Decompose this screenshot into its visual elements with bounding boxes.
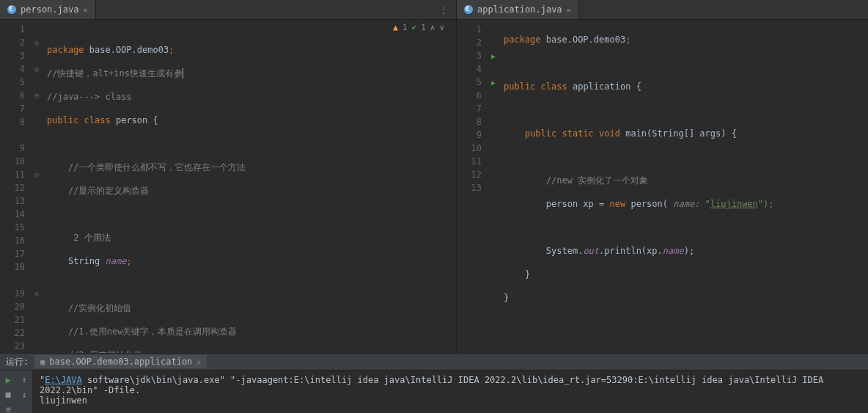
usage-hint[interactable]: 2 个用法: [73, 233, 110, 243]
warning-icon: ▲: [393, 23, 398, 32]
gutter-right: 1234 5678 910111213: [457, 20, 488, 353]
ok-count: 1: [421, 23, 426, 32]
tab-application-java[interactable]: application.java ✕: [457, 0, 579, 19]
code-area-left[interactable]: 1234 5678 9101112 13141516 1718 19202122…: [0, 20, 456, 353]
console-link[interactable]: E:\JAVA: [45, 375, 82, 385]
code-inspection-status[interactable]: ▲1 ✔1 ∧ ∨: [393, 23, 444, 32]
tabbar-left: person.java ✕ ⋮: [0, 0, 456, 20]
scroll-up-icon[interactable]: ↑: [19, 375, 29, 385]
code-area-right[interactable]: 1234 5678 910111213 ▶ ▶ package base.OOP…: [457, 20, 868, 353]
run-gutter-icon[interactable]: ▶: [488, 49, 499, 62]
warning-count: 1: [402, 23, 408, 32]
gutter-left: 1234 5678 9101112 13141516 1718 19202122…: [0, 20, 31, 353]
code-body-left[interactable]: ▲1 ✔1 ∧ ∨ package base.OOP.demo03; //快捷键…: [43, 20, 449, 353]
layout-icon[interactable]: ≡: [3, 404, 13, 413]
run-config-icon: ▦: [40, 358, 45, 366]
console-stdout-line: liujinwen: [40, 395, 87, 406]
java-class-icon: [464, 5, 473, 14]
run-config-tab[interactable]: ▦ base.OOP.demo03.application ✕: [34, 355, 207, 368]
run-tool-column-1: ▶ ■ ≡: [0, 370, 16, 413]
code-body-right[interactable]: package base.OOP.demo03; public class ap…: [499, 20, 861, 353]
editor-pane-left: person.java ✕ ⋮ 1234 5678 9101112 131415…: [0, 0, 457, 353]
console-panel: ▶ ■ ≡ ↑ ↓ "E:\JAVA software\jdk\bin\java…: [0, 370, 868, 413]
ok-icon: ✔: [412, 23, 417, 32]
error-stripe-left[interactable]: [449, 20, 456, 353]
scroll-down-icon[interactable]: ↓: [19, 390, 29, 400]
tab-filename: person.java: [21, 4, 78, 15]
run-gutter-icon[interactable]: ▶: [488, 76, 499, 89]
stop-icon[interactable]: ■: [3, 390, 13, 400]
tab-person-java[interactable]: person.java ✕: [0, 0, 96, 19]
java-class-icon: [7, 5, 16, 14]
marker-strip-left: ⊖ ⊖ ⊖ ⊖ ⊖: [31, 20, 43, 353]
run-tool-column-2: ↑ ↓: [16, 370, 32, 413]
run-toolbar: 运行: ▦ base.OOP.demo03.application ✕: [0, 354, 868, 370]
error-stripe-right[interactable]: [861, 20, 868, 353]
console-output[interactable]: "E:\JAVA software\jdk\bin\java.exe" "-ja…: [32, 370, 868, 413]
run-icon[interactable]: ▶: [3, 375, 13, 385]
run-label: 运行:: [6, 356, 29, 368]
close-icon[interactable]: ✕: [196, 358, 201, 366]
next-highlight-icon[interactable]: ∨: [439, 23, 444, 32]
close-icon[interactable]: ✕: [83, 6, 87, 14]
run-config-name: base.OOP.demo03.application: [49, 357, 192, 367]
close-icon[interactable]: ✕: [567, 6, 571, 14]
tab-filename: application.java: [477, 4, 562, 15]
tab-overflow-menu-icon[interactable]: ⋮: [431, 4, 456, 15]
marker-strip-right: ▶ ▶: [488, 20, 499, 353]
prev-highlight-icon[interactable]: ∧: [430, 23, 435, 32]
editor-pane-right: application.java ✕ 1234 5678 910111213 ▶…: [457, 0, 868, 353]
tabbar-right: application.java ✕: [457, 0, 868, 20]
